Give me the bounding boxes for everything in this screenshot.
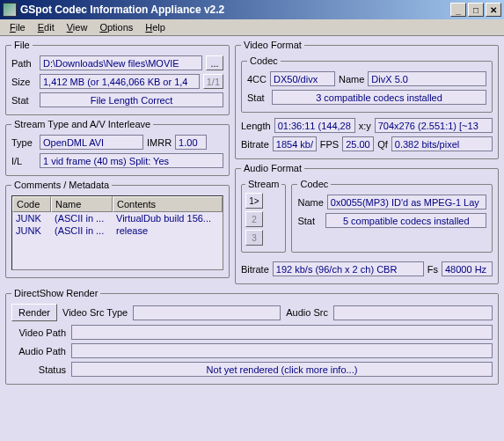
abitrate-field: 192 kb/s (96/ch x 2 ch) CBR (273, 261, 424, 276)
video-group: Video Format Codec 4CC DX50/divx Name Di… (235, 40, 499, 159)
table-row[interactable]: JUNK (ASCII in ... VirtualDub build 156.… (12, 212, 223, 224)
xy-label: x:y (359, 121, 371, 131)
minimize-button[interactable]: _ (450, 3, 466, 17)
length-label: Length (241, 121, 271, 131)
titlebar: GSpot Codec Information Appliance v2.2 _… (0, 0, 504, 19)
fs-field: 48000 Hz (442, 261, 493, 276)
vstat-label: Stat (247, 92, 268, 103)
menu-edit[interactable]: Edit (32, 20, 61, 34)
audio-codec-legend: Codec (297, 179, 331, 189)
fourcc-label: 4CC (247, 74, 267, 85)
fourcc-field: DX50/divx (270, 71, 335, 86)
vstat-field: 3 compatible codecs installed (272, 90, 486, 105)
video-legend: Video Format (241, 40, 304, 50)
stat-label: Stat (11, 95, 36, 106)
aname-label: Name (297, 197, 323, 208)
metadata-group: Comments / Metadata Code Name Contents J… (5, 180, 230, 278)
abitrate-label: Bitrate (241, 264, 269, 275)
vpath-field (71, 325, 493, 340)
menu-help[interactable]: Help (139, 20, 172, 34)
metadata-table[interactable]: Code Name Contents JUNK (ASCII in ... Vi… (11, 195, 223, 270)
il-label: I/L (11, 156, 36, 166)
asrc-label: Audio Src (286, 307, 328, 318)
imrr-field: 1.00 (175, 135, 207, 150)
file-stat-field: File Length Correct (40, 92, 223, 107)
vname-field: DivX 5.0 (368, 71, 486, 86)
astat-field: 5 compatible codecs installed (325, 213, 486, 228)
audio-stream-group: Stream 1> 2 3 (241, 179, 286, 253)
vbitrate-label: Bitrate (241, 139, 269, 150)
audio-group: Audio Format Stream 1> 2 3 Codec Name 0x… (235, 163, 499, 284)
vst-field (133, 305, 281, 320)
stream-group: Stream Type and A/V Interleave Type Open… (5, 119, 230, 176)
video-codec-legend: Codec (247, 55, 281, 66)
length-field: 01:36:11 (144,28 (274, 118, 355, 133)
stream-2-button[interactable]: 2 (245, 211, 263, 227)
stream-1-button[interactable]: 1> (245, 193, 263, 209)
type-label: Type (11, 137, 36, 148)
stream-3-button[interactable]: 3 (245, 230, 263, 246)
file-legend: File (11, 40, 33, 50)
fs-label: Fs (427, 264, 438, 275)
astat-label: Stat (297, 216, 322, 226)
video-codec-group: Codec 4CC DX50/divx Name DivX 5.0 Stat 3… (241, 55, 493, 113)
window-title: GSpot Codec Information Appliance v2.2 (20, 4, 450, 16)
audio-stream-legend: Stream (245, 179, 281, 189)
app-icon (3, 3, 17, 17)
qf-field: 0.382 bits/pixel (391, 136, 493, 151)
menubar: FFileile Edit View Options Help (0, 19, 504, 36)
directshow-group: DirectShow Render Render Video Src Type … (5, 288, 499, 385)
vbitrate-field: 1854 kb/ (273, 136, 317, 151)
metadata-legend: Comments / Metadata (11, 180, 112, 190)
asrc-field (333, 305, 493, 320)
browse-button[interactable]: ... (206, 55, 223, 70)
file-group: File Path D:\Downloads\New files\MOVIE .… (5, 40, 230, 115)
directshow-legend: DirectShow Render (11, 288, 100, 298)
menu-view[interactable]: View (61, 20, 94, 34)
table-row[interactable]: JUNK (ASCII in ... release (12, 224, 223, 237)
size-label: Size (11, 77, 36, 87)
il-field: 1 vid frame (40 ms) Split: Yes (40, 153, 223, 168)
menu-options[interactable]: Options (93, 20, 139, 34)
render-button[interactable]: Render (11, 304, 57, 321)
qf-label: Qf (377, 139, 388, 150)
status-field: Not yet rendered (click more info...) (71, 362, 493, 377)
type-field: OpenDML AVI (40, 135, 143, 150)
path-label: Path (11, 58, 36, 69)
close-button[interactable]: ✕ (486, 3, 501, 17)
apath-field (71, 343, 493, 358)
status-label: Status (11, 364, 66, 375)
aname-field: 0x0055(MP3) ID'd as MPEG-1 Lay (327, 195, 486, 209)
imrr-label: IMRR (147, 137, 172, 148)
vpath-label: Video Path (11, 327, 66, 338)
path-field[interactable]: D:\Downloads\New files\MOVIE (40, 55, 202, 70)
menu-file[interactable]: FFileile (4, 20, 32, 34)
vname-label: Name (339, 74, 364, 85)
stream-legend: Stream Type and A/V Interleave (11, 119, 153, 129)
ratio-button[interactable]: 1/1 (203, 74, 223, 89)
col-contents[interactable]: Contents (113, 196, 223, 212)
vst-label: Video Src Type (62, 307, 128, 318)
xy-field: 704x276 (2.551:1) [~13 (375, 118, 493, 133)
maximize-button[interactable]: □ (468, 3, 484, 17)
audio-codec-group: Codec Name 0x0055(MP3) ID'd as MPEG-1 La… (291, 179, 493, 253)
fps-field: 25.00 (342, 136, 374, 151)
size-field: 1,412 MB (or 1,446,066 KB or 1,4 (40, 74, 200, 89)
col-name[interactable]: Name (51, 196, 113, 212)
fps-label: FPS (320, 139, 339, 150)
apath-label: Audio Path (11, 346, 66, 356)
audio-legend: Audio Format (241, 163, 304, 173)
col-code[interactable]: Code (12, 196, 51, 212)
